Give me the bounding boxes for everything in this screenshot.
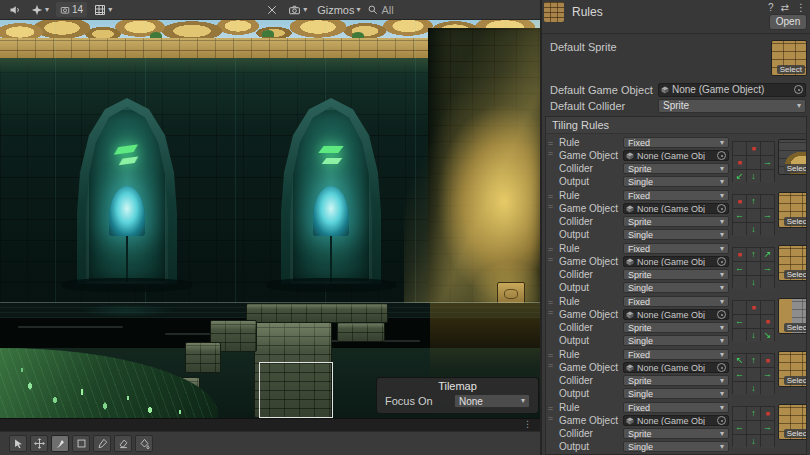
rule-game-object-field[interactable]: None (Game Obj	[623, 203, 729, 214]
neighbor-cell[interactable]: ↓	[747, 329, 760, 342]
neighbor-rule-grid[interactable]: ■ ↑ ← → ↓	[732, 194, 775, 235]
rule-game-object-field[interactable]: None (Game Obj	[623, 256, 729, 267]
rule-game-object-field[interactable]: None (Game Obj	[623, 150, 729, 161]
object-picker-icon[interactable]	[717, 257, 726, 266]
rule-output-dropdown[interactable]: Single ▾	[623, 176, 729, 187]
drag-handle-icon[interactable]: ==	[548, 190, 556, 240]
neighbor-cell[interactable]: ■	[761, 354, 774, 367]
rule-collider-dropdown[interactable]: Sprite ▾	[623, 269, 729, 280]
drag-handle-icon[interactable]: ==	[548, 402, 556, 452]
overlay-count-badge[interactable]: 14	[56, 2, 87, 17]
scene-camera-button[interactable]: ▾	[285, 2, 310, 18]
scene-tools-button[interactable]	[263, 2, 281, 18]
neighbor-cell[interactable]	[761, 170, 774, 183]
default-sprite-thumbnail[interactable]: Select	[771, 40, 807, 76]
grid-settings-button[interactable]: ▾	[91, 2, 115, 18]
rule-sprite-field[interactable]: Select	[778, 404, 807, 452]
object-picker-icon[interactable]	[717, 151, 726, 160]
neighbor-cell[interactable]: ↓	[747, 170, 760, 183]
neighbor-cell[interactable]: →	[761, 209, 774, 222]
select-sprite-button[interactable]: Select	[784, 164, 807, 173]
default-collider-dropdown[interactable]: Sprite ▾	[658, 99, 806, 113]
neighbor-rule-grid[interactable]: ■ ■ → ↙ ↓	[732, 141, 775, 182]
neighbor-cell[interactable]	[747, 421, 760, 434]
rule-type-dropdown[interactable]: Fixed ▾	[623, 137, 729, 148]
neighbor-cell[interactable]	[761, 301, 774, 314]
neighbor-cell[interactable]: ■	[733, 248, 746, 261]
neighbor-rule-grid[interactable]: ↑ ■ ← → ↓	[732, 406, 775, 447]
overflow-menu-icon[interactable]: ⋮	[523, 419, 532, 429]
neighbor-cell[interactable]: ↑	[747, 354, 760, 367]
neighbor-rule-grid[interactable]: ■ ↑ ↗ ← → ↓	[732, 247, 775, 288]
neighbor-cell[interactable]: ↖	[733, 354, 746, 367]
rule-sprite-thumbnail[interactable]: Select	[778, 298, 807, 334]
rule-sprite-field[interactable]: Select	[778, 245, 807, 293]
neighbor-cell[interactable]: →	[761, 421, 774, 434]
neighbor-cell[interactable]: ←	[733, 315, 746, 328]
rule-sprite-field[interactable]: Select	[778, 351, 807, 399]
help-icon[interactable]: ?	[768, 2, 774, 13]
rule-sprite-field[interactable]: Select	[778, 192, 807, 240]
default-sprite-field[interactable]: Select	[771, 40, 807, 76]
neighbor-cell[interactable]	[761, 276, 774, 289]
rule-collider-dropdown[interactable]: Sprite ▾	[623, 216, 729, 227]
box-fill-tool-button[interactable]	[72, 435, 90, 452]
rule-sprite-thumbnail[interactable]: Select	[778, 351, 807, 387]
rule-sprite-thumbnail[interactable]: Select	[778, 404, 807, 440]
rule-game-object-field[interactable]: None (Game Obj	[623, 309, 729, 320]
rule-type-dropdown[interactable]: Fixed ▾	[623, 349, 729, 360]
neighbor-cell[interactable]: ↑	[747, 407, 760, 420]
neighbor-cell[interactable]	[733, 435, 746, 448]
neighbor-cell[interactable]: →	[761, 368, 774, 381]
object-picker-icon[interactable]	[717, 363, 726, 372]
drag-handle-icon[interactable]: ==	[548, 349, 556, 399]
select-sprite-button[interactable]: Select	[784, 217, 807, 226]
select-sprite-button[interactable]: Select	[784, 323, 807, 332]
select-sprite-button[interactable]: Select	[784, 270, 807, 279]
gizmos-dropdown[interactable]: Gizmos ▾	[314, 2, 363, 18]
neighbor-cell[interactable]	[761, 223, 774, 236]
drag-handle-icon[interactable]: ==	[548, 137, 556, 187]
rule-collider-dropdown[interactable]: Sprite ▾	[623, 428, 729, 439]
select-tool-button[interactable]	[9, 435, 27, 452]
neighbor-cell[interactable]: ←	[733, 421, 746, 434]
rule-sprite-field[interactable]: Select	[778, 298, 807, 346]
neighbor-rule-grid[interactable]: ↖ ↑ ■ ← → ↓	[732, 353, 775, 394]
rule-sprite-thumbnail[interactable]: Select	[778, 139, 807, 175]
neighbor-cell[interactable]: ■	[733, 156, 746, 169]
neighbor-rule-grid[interactable]: ■ ← ■ ↓ ↘	[732, 300, 775, 341]
neighbor-cell[interactable]: ←	[733, 368, 746, 381]
scene-search-field[interactable]: All	[367, 4, 393, 16]
neighbor-cell[interactable]: ↓	[747, 435, 760, 448]
rule-collider-dropdown[interactable]: Sprite ▾	[623, 375, 729, 386]
neighbor-cell[interactable]	[733, 407, 746, 420]
neighbor-cell[interactable]: ↑	[747, 195, 760, 208]
picker-tool-button[interactable]	[93, 435, 111, 452]
drag-handle-icon[interactable]: ==	[548, 243, 556, 293]
rule-type-dropdown[interactable]: Fixed ▾	[623, 243, 729, 254]
rule-output-dropdown[interactable]: Single ▾	[623, 388, 729, 399]
neighbor-cell[interactable]: ↘	[761, 329, 774, 342]
neighbor-cell[interactable]: ■	[761, 407, 774, 420]
rule-sprite-field[interactable]: Select	[778, 139, 807, 187]
rule-type-dropdown[interactable]: Fixed ▾	[623, 296, 729, 307]
neighbor-cell[interactable]	[747, 368, 760, 381]
rule-output-dropdown[interactable]: Single ▾	[623, 335, 729, 346]
rule-type-dropdown[interactable]: Fixed ▾	[623, 402, 729, 413]
select-sprite-button[interactable]: Select	[777, 65, 805, 74]
rule-output-dropdown[interactable]: Single ▾	[623, 441, 729, 452]
neighbor-cell[interactable]	[747, 262, 760, 275]
neighbor-cell[interactable]	[733, 382, 746, 395]
neighbor-cell[interactable]: →	[761, 262, 774, 275]
neighbor-cell[interactable]: ↙	[733, 170, 746, 183]
neighbor-cell[interactable]: ←	[733, 262, 746, 275]
brush-tool-button[interactable]	[51, 435, 69, 452]
rule-output-dropdown[interactable]: Single ▾	[623, 282, 729, 293]
rule-game-object-field[interactable]: None (Game Obj	[623, 415, 729, 426]
select-sprite-button[interactable]: Select	[784, 376, 807, 385]
context-menu-icon[interactable]: ⋮	[796, 2, 806, 13]
neighbor-cell[interactable]: ↑	[747, 248, 760, 261]
object-picker-icon[interactable]	[794, 85, 803, 94]
neighbor-cell[interactable]	[733, 142, 746, 155]
rule-sprite-thumbnail[interactable]: Select	[778, 245, 807, 281]
